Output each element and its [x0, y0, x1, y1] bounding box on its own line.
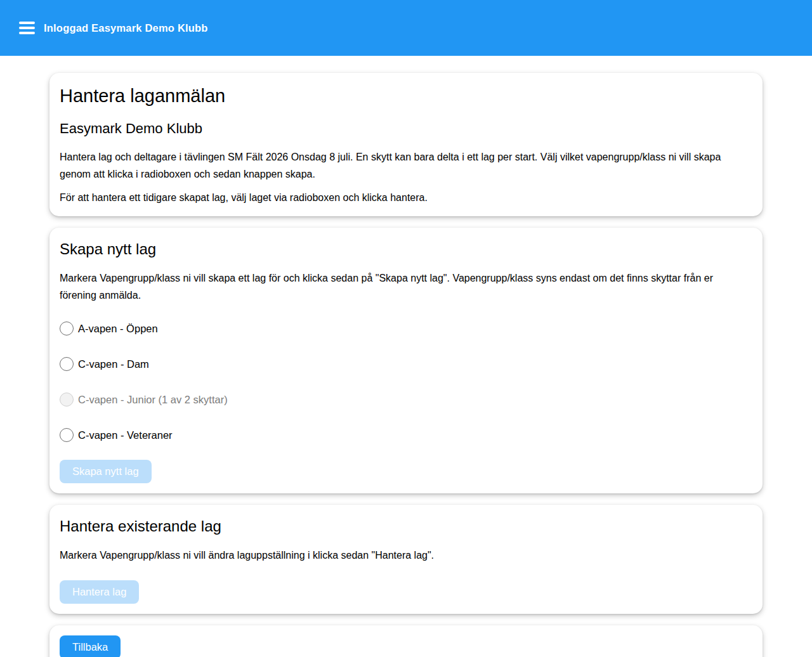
radio-icon — [60, 393, 74, 407]
app-header: Inloggad Easymark Demo Klubb — [0, 0, 812, 56]
radio-icon[interactable] — [60, 357, 74, 371]
back-card: Tillbaka — [49, 625, 763, 657]
radio-label: C-vapen - Veteraner — [78, 429, 173, 441]
create-team-paragraph: Markera Vapengrupp/klass ni vill skapa e… — [60, 270, 752, 304]
manage-team-card: Hantera existerande lag Markera Vapengru… — [49, 505, 763, 614]
manage-team-title: Hantera existerande lag — [60, 517, 752, 535]
radio-icon[interactable] — [60, 322, 74, 335]
manage-team-paragraph: Markera Vapengrupp/klass ni vill ändra l… — [60, 547, 752, 564]
radio-label: C-vapen - Junior (1 av 2 skyttar) — [78, 394, 228, 406]
radio-label: C-vapen - Dam — [78, 358, 149, 370]
manage-team-button: Hantera lag — [60, 580, 139, 604]
intro-card: Hantera laganmälan Easymark Demo Klubb H… — [49, 73, 763, 216]
radio-label: A-vapen - Öppen — [78, 323, 158, 335]
radio-option-a-vapen-oppen[interactable]: A-vapen - Öppen — [60, 322, 752, 335]
radio-option-c-vapen-junior: C-vapen - Junior (1 av 2 skyttar) — [60, 393, 752, 407]
intro-paragraph-1: Hantera lag och deltagare i tävlingen SM… — [60, 148, 752, 183]
weapon-class-radio-group: A-vapen - Öppen C-vapen - Dam C-vapen - … — [60, 322, 752, 442]
intro-paragraph-2: För att hantera ett tidigare skapat lag,… — [60, 189, 752, 206]
club-name: Easymark Demo Klubb — [60, 120, 752, 137]
back-button[interactable]: Tillbaka — [60, 635, 121, 657]
radio-icon[interactable] — [60, 428, 74, 442]
page-title: Hantera laganmälan — [60, 86, 752, 107]
radio-option-c-vapen-dam[interactable]: C-vapen - Dam — [60, 357, 752, 371]
main-content: Hantera laganmälan Easymark Demo Klubb H… — [49, 73, 763, 657]
create-team-button: Skapa nytt lag — [60, 460, 152, 483]
radio-option-c-vapen-veteraner[interactable]: C-vapen - Veteraner — [60, 428, 752, 442]
create-team-card: Skapa nytt lag Markera Vapengrupp/klass … — [49, 228, 763, 493]
create-team-title: Skapa nytt lag — [60, 240, 752, 258]
hamburger-menu-icon[interactable] — [19, 19, 35, 37]
logged-in-title: Inloggad Easymark Demo Klubb — [44, 22, 208, 34]
